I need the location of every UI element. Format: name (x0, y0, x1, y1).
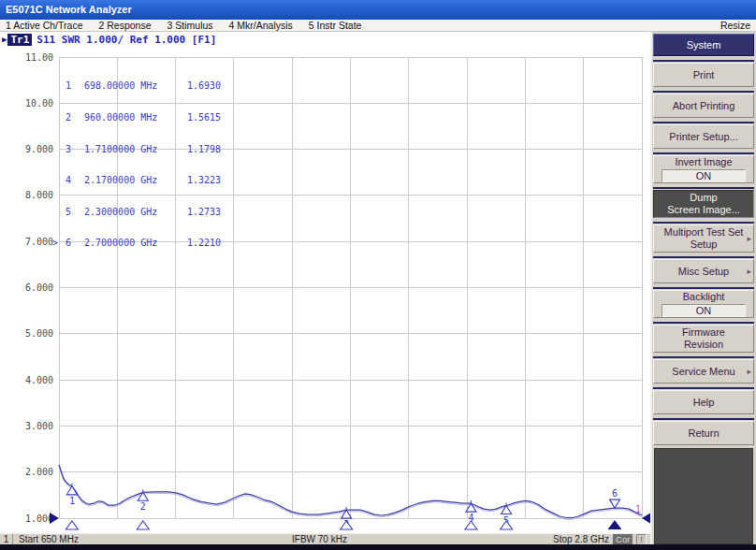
marker-value: 1.6930 (187, 80, 221, 91)
stop-frequency-readout: Stop 2.8 GHz (553, 534, 609, 544)
marker-table: 1698.00000 MHz1.6930 2960.00000 MHz1.561… (52, 60, 221, 269)
key-slot: Dump Screen Image... (653, 187, 754, 218)
softkey-label: Multiport Test Set (664, 226, 744, 239)
marker-frequency: 2.3000000 GHz (84, 207, 178, 217)
menu-response[interactable]: 2 Response (98, 20, 151, 31)
marker-3-stimulus[interactable] (341, 521, 353, 529)
key-slot: Firmware Revision (653, 322, 754, 353)
marker-1-stimulus[interactable] (65, 521, 78, 529)
return-button[interactable]: Return (653, 421, 754, 445)
marker-table-row: 52.3000000 GHz1.2733 (52, 207, 221, 217)
printer-setup-button[interactable]: Printer Setup... (653, 124, 754, 149)
help-button[interactable]: Help (653, 390, 754, 414)
softkey-label: Firmware (682, 326, 725, 339)
marker-2-stimulus[interactable] (137, 521, 149, 529)
marker-table-row: 1698.00000 MHz1.6930 (52, 80, 221, 91)
marker-table-row: 42.1700000 GHz1.3223 (52, 175, 221, 185)
marker-1-symbol[interactable]: 1 (66, 484, 77, 506)
sidebar-empty-panel (654, 448, 753, 544)
svg-text:1: 1 (69, 496, 75, 506)
invert-image-toggle[interactable]: Invert Image ON (653, 155, 754, 183)
softkey-sidebar: System Print Abort Printing Printer Setu… (650, 32, 756, 544)
marker-2-symbol[interactable]: 2 (138, 489, 148, 512)
marker-value: 1.3223 (187, 175, 221, 185)
channel-indicator: 1 (0, 534, 13, 544)
marker-number: 4 (59, 175, 71, 185)
softkey-label: Service Menu (672, 366, 734, 378)
status-bar: 1 Start 650 MHz IFBW 70 kHz Stop 2.8 GHz… (0, 533, 650, 544)
trace-number-right-label: 1 (635, 504, 641, 514)
softkey-label: Invert Image (675, 156, 732, 168)
svg-text:11.00: 11.00 (25, 52, 53, 63)
backlight-toggle[interactable]: Backlight ON (653, 290, 754, 318)
key-slot: Abort Printing (653, 91, 754, 118)
marker-active-prefix (52, 144, 59, 154)
status-right-group: Stop 2.8 GHz Cor ! (553, 534, 647, 545)
marker-frequency: 2.1700000 GHz (84, 175, 178, 185)
menu-instr-state[interactable]: 5 Instr State (309, 20, 362, 31)
menu-resize[interactable]: Resize (720, 20, 750, 31)
softkey-label: Backlight (683, 291, 725, 303)
start-frequency-readout: Start 650 MHz (19, 534, 79, 544)
softkey-label: Help (693, 397, 715, 409)
softkey-label: Print (693, 69, 715, 81)
submenu-arrow-icon: ▸ (747, 366, 751, 378)
menu-bar: 1 Active Ch/Trace 2 Response 3 Stimulus … (0, 20, 756, 32)
invert-image-state: ON (662, 169, 746, 182)
key-slot: Invert Image ON (653, 152, 754, 183)
trace-tag[interactable]: Tr1 (7, 34, 32, 46)
window-title: E5071C Network Analyzer (6, 4, 132, 15)
marker-number: 6 (59, 238, 71, 248)
active-trace-arrow-icon: ▶ (2, 35, 7, 44)
submenu-arrow-icon: ▸ (747, 266, 751, 278)
marker-active-prefix (52, 207, 59, 217)
marker-value: 1.2733 (187, 207, 221, 217)
marker-4-stimulus[interactable] (465, 521, 477, 529)
ref-level-arrow-right (642, 513, 650, 524)
svg-text:2: 2 (140, 501, 146, 512)
y-axis-labels: 11.0010.009.0008.0007.0006.0005.0004.000… (25, 52, 53, 524)
menu-mkr-analysis[interactable]: 4 Mkr/Analysis (229, 20, 293, 31)
bottom-edge-strip (0, 544, 756, 550)
marker-frequency: 1.7100000 GHz (84, 144, 178, 154)
ref-level-arrow-left (50, 513, 59, 524)
softkey-label: Return (688, 427, 719, 440)
marker-active-prefix: > (52, 238, 59, 248)
softkey-label: Dump (690, 192, 717, 204)
svg-text:6.000: 6.000 (25, 282, 53, 293)
correction-status-badge: Cor (613, 534, 632, 544)
multiport-test-set-setup-button[interactable]: Multiport Test Set Setup ▸ (653, 224, 754, 253)
dump-screen-image-button[interactable]: Dump Screen Image... (653, 190, 754, 218)
marker-active-prefix (52, 80, 59, 91)
marker-5-stimulus[interactable] (501, 521, 513, 529)
key-slot: Backlight ON (653, 287, 754, 318)
marker-number: 3 (59, 144, 71, 154)
marker-active-prefix (52, 175, 59, 185)
softkey-label: Misc Setup (678, 266, 729, 278)
key-slot: Print (653, 60, 754, 87)
svg-text:2.000: 2.000 (25, 467, 53, 477)
marker-table-row: >62.7000000 GHz1.2210 (52, 238, 221, 248)
firmware-revision-button[interactable]: Firmware Revision (653, 325, 754, 353)
print-button[interactable]: Print (653, 63, 754, 87)
marker-table-row: 31.7100000 GHz1.1798 (52, 144, 221, 154)
marker-value: 1.2210 (187, 238, 221, 248)
menu-stimulus[interactable]: 3 Stimulus (167, 20, 213, 31)
alert-badge: ! (636, 534, 647, 545)
softkey-label: Printer Setup... (669, 131, 737, 143)
key-slot: Service Menu ▸ (653, 356, 754, 384)
abort-printing-button[interactable]: Abort Printing (653, 94, 754, 118)
softkey-label: Screen Image... (667, 204, 740, 216)
service-menu-button[interactable]: Service Menu ▸ (653, 359, 754, 384)
softkey-label: Revision (684, 339, 723, 351)
menu-active-ch-trace[interactable]: 1 Active Ch/Trace (6, 20, 82, 31)
misc-setup-button[interactable]: Misc Setup ▸ (653, 259, 754, 283)
key-slot: Return (653, 418, 754, 445)
svg-text:9.000: 9.000 (25, 144, 53, 154)
marker-6-symbol[interactable]: 6 (610, 488, 620, 508)
submenu-arrow-icon: ▸ (747, 233, 751, 245)
marker-6-stimulus[interactable] (608, 520, 622, 529)
marker-value: 1.1798 (187, 144, 221, 154)
svg-text:10.00: 10.00 (25, 98, 53, 109)
svg-text:1.000: 1.000 (25, 514, 53, 524)
